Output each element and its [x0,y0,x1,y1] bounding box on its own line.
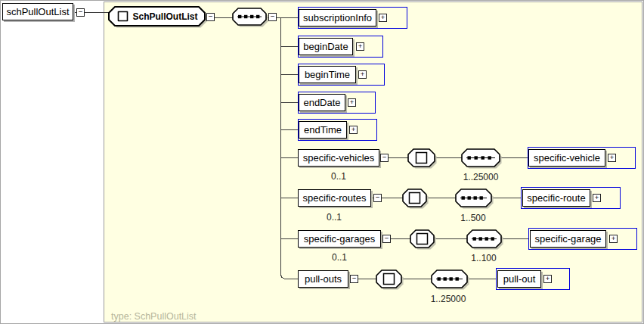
collapse-toggle-icon[interactable]: − [382,235,391,243]
root-sequence-node[interactable] [233,8,266,25]
element-specific-garages[interactable]: specific-garages [298,230,381,248]
element-schPullOutList[interactable]: schPullOutList [2,3,73,20]
collapse-toggle-icon[interactable]: − [76,8,85,17]
specific-garages-sequence-node[interactable] [467,230,501,248]
element-specific-vehicles[interactable]: specific-vehicles [298,149,379,167]
collapse-toggle-icon[interactable]: − [206,13,215,21]
occurs-label: 0..1 [305,252,373,263]
specific-vehicles-sequence-node[interactable] [462,149,500,167]
collapse-toggle-icon[interactable]: − [268,13,277,21]
element-specific-garage[interactable]: specific-garage [530,230,606,248]
complex-content-icon [417,234,428,245]
occurs-label: 0..1 [305,171,373,182]
complex-content-icon [119,12,128,21]
expand-toggle-icon[interactable]: + [609,235,618,243]
element-subscriptionInfo[interactable]: subscriptionInfo [299,9,376,26]
element-pull-outs[interactable]: pull-outs [298,270,348,288]
element-beginTime[interactable]: beginTime [299,66,356,83]
sequence-icon [436,277,463,280]
expand-toggle-icon[interactable]: + [543,275,552,283]
sequence-icon [460,196,487,199]
occurs-label: 1..25000 [447,172,515,182]
element-beginDate[interactable]: beginDate [299,38,353,55]
specific-routes-sequence-node[interactable] [456,189,491,207]
element-specific-vehicle[interactable]: specific-vehicle [528,149,605,167]
element-endDate[interactable]: endDate [299,94,345,111]
collapse-toggle-icon[interactable]: − [380,154,389,162]
occurs-label: 0..1 [300,212,368,223]
element-pull-out[interactable]: pull-out [497,270,541,288]
element-specific-route[interactable]: specific-route [522,189,590,207]
specific-vehicles-type-node[interactable] [408,149,435,167]
collapse-toggle-icon[interactable]: − [373,194,382,202]
schema-diagram-canvas: schPullOutList − SchPullOutList − − subs… [0,0,644,324]
specific-garages-type-node[interactable] [410,230,434,248]
expand-toggle-icon[interactable]: + [356,42,364,51]
pull-outs-type-node[interactable] [376,270,401,288]
pull-outs-sequence-node[interactable] [432,270,467,288]
occurs-label: 1..100 [450,253,518,263]
complex-content-icon [416,153,427,164]
expand-toggle-icon[interactable]: + [348,98,356,107]
occurs-label: 1..500 [439,213,507,223]
expand-toggle-icon[interactable]: + [358,70,367,79]
complex-type-label: SchPullOutList [128,8,202,24]
expand-toggle-icon[interactable]: + [379,14,387,22]
complex-content-icon [410,193,420,204]
expand-toggle-icon[interactable]: + [608,154,616,162]
element-endTime[interactable]: endTime [299,121,347,139]
expand-toggle-icon[interactable]: + [349,126,358,134]
occurs-label: 1..25000 [414,294,482,304]
expand-toggle-icon[interactable]: + [593,194,601,202]
specific-routes-type-node[interactable] [403,189,426,207]
collapse-toggle-icon[interactable]: − [350,275,358,283]
element-specific-routes[interactable]: specific-routes [298,189,371,207]
complex-content-icon [384,274,395,285]
type-caption: type: SchPullOutList [111,311,197,322]
